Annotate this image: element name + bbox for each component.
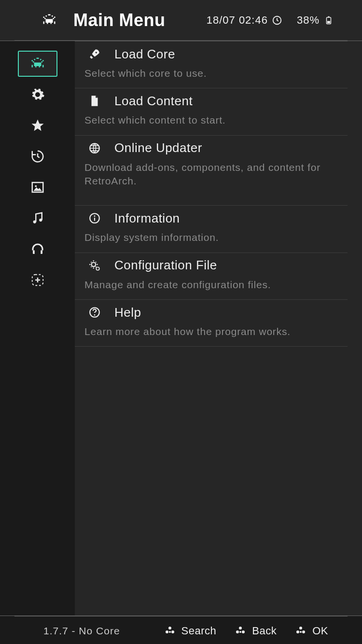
menu-item-title: Help [114,305,141,320]
help-icon [88,306,101,319]
menu-item-information[interactable]: InformationDisplay system information. [75,205,348,252]
status-bar: 18/07 02:46 38% [207,14,333,27]
footer-action-label: Back [252,625,277,637]
main-content: Load CoreSelect which core to use.Load C… [75,41,362,616]
app-logo-icon [39,13,60,28]
sidebar-item-add[interactable] [18,267,57,293]
sidebar-item-history[interactable] [18,143,57,169]
star-icon [30,118,45,133]
sidebar-item-favorites[interactable] [18,112,57,139]
menu-item-title: Load Core [114,47,175,62]
menu-item-desc: Select which core to use. [75,67,348,88]
footer: 1.7.7 - No Core SearchBackOK [14,616,348,644]
menu-item-title: Load Content [114,94,193,109]
menu-item-desc: Learn more about how the program works. [75,325,348,346]
invader-icon [30,56,45,71]
battery-icon [323,14,333,27]
battery-label: 38% [297,14,320,27]
sidebar-item-settings[interactable] [18,82,57,108]
pad-icon [164,625,176,637]
menu-item-help[interactable]: HelpLearn more about how the program wor… [75,299,348,347]
menu-item-title: Information [114,211,180,226]
menu-item-title: Online Updater [114,140,202,155]
header: Main Menu 18/07 02:46 38% [14,0,348,41]
menu-item-online-updater[interactable]: Online UpdaterDownload add-ons, componen… [75,135,348,196]
menu-item-load-core[interactable]: Load CoreSelect which core to use. [75,41,348,88]
music-icon [30,211,45,225]
sidebar-item-main-menu[interactable] [18,51,57,77]
page-title: Main Menu [73,10,207,30]
globe-icon [88,142,101,154]
history-icon [30,149,45,164]
footer-action-label: OK [312,625,328,637]
gear-icon [30,87,45,102]
menu-item-desc: Download add-ons, components, and conten… [75,161,348,196]
footer-action-ok[interactable]: OK [295,625,328,637]
datetime-label: 18/07 02:46 [207,14,268,27]
menu-item-configuration-file[interactable]: Configuration FileManage and create conf… [75,252,348,299]
pad-icon [235,625,246,637]
headset-icon [30,242,45,256]
sidebar-item-images[interactable] [18,174,57,200]
footer-action-search[interactable]: Search [164,625,217,637]
file-icon [88,95,101,107]
menu-item-desc: Select which content to start. [75,113,348,135]
rocket-icon [88,48,101,60]
cogs-icon [88,259,101,272]
sidebar [0,41,75,616]
menu-item-desc: Manage and create configuration files. [75,278,348,299]
pad-icon [295,625,306,637]
clock-icon [272,15,282,26]
image-icon [30,180,45,195]
menu-item-desc: Display system information. [75,231,348,252]
footer-action-label: Search [181,625,217,637]
sidebar-item-netplay[interactable] [18,236,57,262]
status-text: 1.7.7 - No Core [43,625,164,637]
sidebar-item-music[interactable] [18,205,57,231]
plus-icon [30,273,45,287]
menu-item-title: Configuration File [114,258,217,273]
menu-item-load-content[interactable]: Load ContentSelect which content to star… [75,88,348,135]
info-icon [88,212,101,224]
footer-action-back[interactable]: Back [235,625,277,637]
